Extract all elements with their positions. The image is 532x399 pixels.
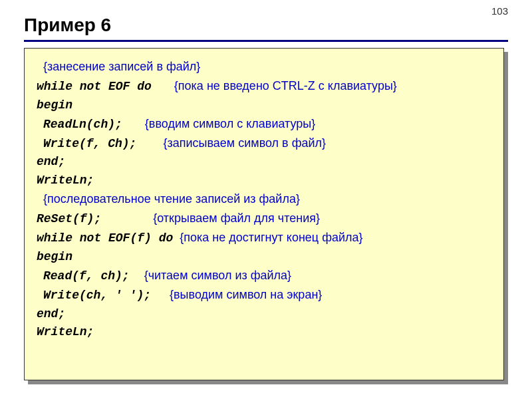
code-comment: {открываем файл для чтения}	[153, 211, 320, 225]
code-line: WriteLn;	[37, 323, 495, 342]
code-line: ReSet(f);{открываем файл для чтения}	[37, 209, 495, 229]
code-box: {занесение записей в файл} while not EOF…	[24, 48, 504, 380]
code-comment: {записываем символ в файл}	[163, 136, 326, 150]
code-keyword: end;	[37, 155, 65, 168]
code-keyword: WriteLn;	[37, 174, 94, 187]
code-line: while not EOF do{пока не введено CTRL-Z …	[37, 77, 495, 96]
code-line: end;	[37, 153, 495, 172]
code-line: Read(f, ch);{читаем символ из файла}	[37, 267, 495, 286]
code-keyword: ReSet(f);	[37, 212, 101, 225]
code-keyword: Read(f, ch);	[43, 269, 130, 283]
code-keyword: while not EOF do	[37, 80, 152, 93]
title-underline	[24, 40, 508, 42]
code-keyword: WriteLn;	[37, 325, 94, 338]
code-comment: {вводим символ с клавиатуры}	[145, 117, 315, 130]
code-line: Write(ch, ' ');{выводим символ на экран}	[37, 286, 495, 305]
code-comment: {пока не достигнут конец файла}	[180, 231, 362, 244]
code-comment: {последовательное чтение записей из файл…	[43, 192, 300, 205]
code-line: Write(f, Ch);{записываем символ в файл}	[37, 134, 495, 154]
code-comment: {выводим символ на экран}	[170, 288, 322, 301]
code-line: ReadLn(ch);{вводим символ с клавиатуры}	[37, 115, 495, 134]
code-keyword: ReadLn(ch);	[43, 118, 122, 131]
code-line: begin	[37, 96, 495, 115]
code-line: WriteLn;	[37, 172, 495, 190]
code-keyword: end;	[37, 307, 65, 321]
code-comment: {пока не введено CTRL-Z с клавиатуры}	[174, 79, 397, 92]
code-keyword: Write(ch, ' ');	[43, 289, 151, 302]
code-line: while not EOF(f) do{пока не достигнут ко…	[37, 229, 495, 248]
slide-title: Пример 6	[24, 15, 111, 36]
page-number: 103	[491, 5, 508, 17]
code-keyword: while not EOF(f) do	[37, 231, 173, 245]
code-line: {занесение записей в файл}	[37, 58, 495, 77]
code-comment: {занесение записей в файл}	[43, 60, 200, 73]
code-line: end;	[37, 305, 495, 324]
code-line: begin	[37, 248, 495, 267]
code-keyword: begin	[37, 250, 72, 263]
code-line: {последовательное чтение записей из файл…	[37, 190, 495, 209]
code-keyword: begin	[37, 98, 72, 112]
code-keyword: Write(f, Ch);	[43, 137, 136, 150]
code-comment: {читаем символ из файла}	[144, 269, 292, 282]
